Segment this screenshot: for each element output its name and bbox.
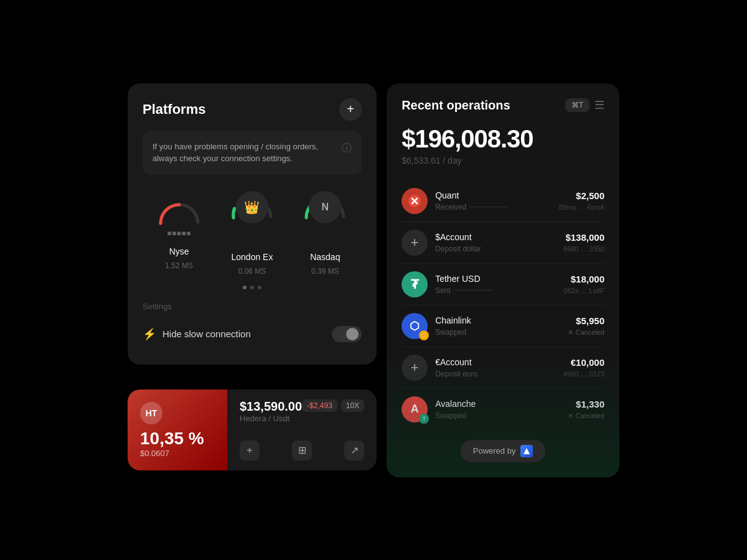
platforms-header: Platforms + xyxy=(143,98,362,121)
operation-avalanche[interactable]: A T Avalanche Swapped $1,330 ✕ Canceled xyxy=(402,389,604,430)
card-logo: HT xyxy=(140,402,215,424)
chainlink-name: Chainlink xyxy=(435,315,560,325)
card-right-top: $13,590.00 Hedera / Usdt -$2,493 10X xyxy=(240,399,364,423)
account-dollar-amount: $138,000 xyxy=(563,232,604,243)
quant-avatar xyxy=(402,188,428,214)
balance-day: $6,533.61 / day xyxy=(402,156,604,166)
card-actions: + ⊞ ↗ xyxy=(240,441,364,460)
platform-nasdaq[interactable]: N Nasdaq 0.39 MS xyxy=(300,190,350,276)
platform-nyse[interactable]: ▪▪▪▪▪ Nyse 1.52 MS xyxy=(154,195,204,270)
london-ms: 0.06 MS xyxy=(238,267,266,276)
operation-chainlink[interactable]: ⬡ ⬡ Chainlink Swapped $5,950 ✕ Canceled xyxy=(402,306,604,347)
quant-sub: Received xyxy=(435,203,551,212)
card-price: $0.0607 xyxy=(140,449,215,458)
avalanche-status: ✕ Canceled xyxy=(568,412,604,420)
powered-by-text: Powered by xyxy=(473,446,516,455)
menu-icon[interactable]: ☰ xyxy=(594,98,604,112)
tether-sub: Sent xyxy=(435,286,556,295)
balance-amount: $196,008.30 xyxy=(402,125,604,153)
add-platform-button[interactable]: + xyxy=(339,98,362,121)
tether-amount: $18,000 xyxy=(564,274,604,284)
avalanche-avatar: A T xyxy=(402,396,428,422)
card-left: HT 10,35 % $0.0607 xyxy=(128,390,227,470)
card-pair: Hedera / Usdt xyxy=(240,414,302,423)
dot-3 xyxy=(258,286,261,289)
nyse-ms: 1.52 MS xyxy=(165,261,193,270)
chainlink-amount-section: $5,950 ✕ Canceled xyxy=(568,315,604,337)
nasdaq-name: Nasdaq xyxy=(310,252,340,262)
platforms-title: Platforms xyxy=(143,101,205,118)
account-dollar-name: $Account xyxy=(435,232,556,242)
avalanche-amount: $1,330 xyxy=(568,399,604,409)
info-text: If you have problems opening / closing o… xyxy=(153,141,334,165)
powered-logo xyxy=(520,445,533,457)
account-euro-info: €Account Deposit euro xyxy=(435,357,556,378)
hide-slow-toggle[interactable] xyxy=(332,326,362,342)
avalanche-name: Avalanche xyxy=(435,399,560,409)
chainlink-sub: Swapped xyxy=(435,328,560,337)
platforms-grid: ▪▪▪▪▪ Nyse 1.52 MS 👑 xyxy=(143,190,362,276)
card-right: $13,590.00 Hedera / Usdt -$2,493 10X + ⊞… xyxy=(227,390,377,470)
tether-name: Tether USD xyxy=(435,274,556,284)
info-icon: ⓘ xyxy=(342,142,352,155)
dot-2 xyxy=(250,286,254,289)
account-euro-name: €Account xyxy=(435,357,556,367)
account-euro-amount-section: €10,000 4960 … 0123 xyxy=(563,357,604,378)
dot-1 xyxy=(243,286,247,289)
chainlink-info: Chainlink Swapped xyxy=(435,315,560,337)
platforms-panel: Platforms + If you have problems opening… xyxy=(128,83,377,365)
avalanche-info: Avalanche Swapped xyxy=(435,399,560,420)
nyse-gauge xyxy=(154,195,204,226)
tether-info: Tether USD Sent xyxy=(435,274,556,295)
account-euro-addr: 4960 … 0123 xyxy=(563,370,604,378)
operation-tether[interactable]: ₮ Tether USD Sent $18,000 062x … Ls8F xyxy=(402,264,604,306)
tether-addr: 062x … Ls8F xyxy=(564,287,604,294)
card-amount: $13,590.00 xyxy=(240,399,302,414)
toggle-thumb xyxy=(346,328,359,340)
account-euro-sub: Deposit euro xyxy=(435,370,556,378)
quant-amount-section: $2,500 B9ms … 4smA xyxy=(559,190,604,211)
card-pair-info: $13,590.00 Hedera / Usdt xyxy=(240,399,302,423)
account-euro-avatar: + xyxy=(402,355,428,381)
powered-by-button[interactable]: Powered by xyxy=(461,440,546,462)
account-dollar-amount-section: $138,000 6680 … 3350 xyxy=(563,232,604,253)
account-dollar-addr: 6680 … 3350 xyxy=(563,245,604,253)
lightning-icon: ⚡ xyxy=(143,327,156,341)
tether-avatar: ₮ xyxy=(402,271,428,297)
info-box: If you have problems opening / closing o… xyxy=(143,131,362,175)
hedera-logo: HT xyxy=(140,402,162,424)
nyse-name: Nyse xyxy=(169,246,189,256)
card-grid-button[interactable]: ⊞ xyxy=(292,441,312,460)
avalanche-sub: Swapped xyxy=(435,411,560,420)
quant-info: Quant Received xyxy=(435,190,551,212)
card-bottom-left: 10,35 % $0.0607 xyxy=(140,429,215,458)
quant-name: Quant xyxy=(435,190,551,200)
badge-negative: -$2,493 xyxy=(302,399,337,412)
quant-amount: $2,500 xyxy=(559,190,604,201)
header-actions: ⌘T ☰ xyxy=(565,98,604,112)
hide-slow-connection-row: ⚡ Hide slow connection xyxy=(143,319,362,350)
account-dollar-avatar: + xyxy=(402,230,428,256)
operation-quant[interactable]: Quant Received $2,500 B9ms … 4smA xyxy=(402,180,604,222)
operations-list: Quant Received $2,500 B9ms … 4smA + $Acc… xyxy=(402,180,604,430)
dots-indicator xyxy=(143,286,362,289)
card-chart-button[interactable]: ↗ xyxy=(344,441,364,460)
card-add-button[interactable]: + xyxy=(240,441,260,460)
account-euro-amount: €10,000 xyxy=(563,357,604,368)
operation-account-euro[interactable]: + €Account Deposit euro €10,000 4960 … 0… xyxy=(402,347,604,389)
settings-label: Settings xyxy=(143,302,362,311)
operation-account-dollar[interactable]: + $Account Deposit dollar $138,000 6680 … xyxy=(402,222,604,264)
tether-amount-section: $18,000 062x … Ls8F xyxy=(564,274,604,294)
account-dollar-info: $Account Deposit dollar xyxy=(435,232,556,253)
platform-london[interactable]: 👑 London Ex 0.06 MS xyxy=(227,190,277,276)
card-badges: -$2,493 10X xyxy=(302,399,364,412)
cmd-badge[interactable]: ⌘T xyxy=(565,98,590,112)
account-dollar-sub: Deposit dollar xyxy=(435,245,556,253)
nasdaq-ms: 0.39 MS xyxy=(311,267,339,276)
avalanche-amount-section: $1,330 ✕ Canceled xyxy=(568,399,604,420)
chainlink-avatar: ⬡ ⬡ xyxy=(402,313,428,339)
operations-header: Recent operations ⌘T ☰ xyxy=(402,98,604,113)
badge-10x: 10X xyxy=(341,399,364,412)
powered-by-section: Powered by xyxy=(402,440,604,462)
london-name: London Ex xyxy=(232,252,273,262)
